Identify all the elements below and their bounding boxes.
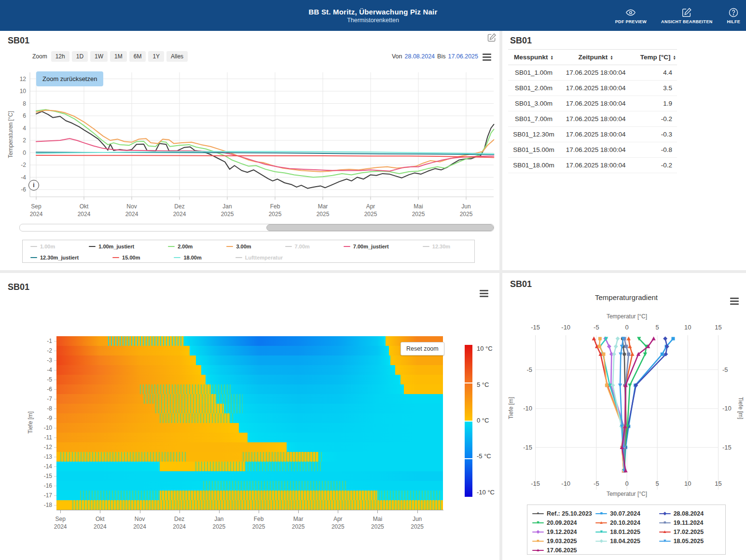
series-marker-icon: ◆ — [595, 538, 607, 544]
heatmap-row-depth--8 — [56, 404, 443, 413]
legend-item-28-08-2024[interactable]: ◆28.08.2024 — [659, 509, 722, 518]
svg-text:2025: 2025 — [364, 211, 377, 218]
heatmap-row-depth--1 — [56, 336, 443, 346]
legend-item-7.00m_justiert[interactable]: 7.00m_justiert — [344, 244, 389, 249]
heatmap-plot[interactable] — [56, 336, 443, 510]
table-row: SB01_7.00m17.06.2025 18:00:04-0.2 — [508, 111, 677, 127]
legend-item-19-12-2024[interactable]: ◆19.12.2024 — [532, 527, 595, 536]
legend-item-18-04-2025[interactable]: ◆18.04.2025 — [595, 536, 659, 546]
temp-cell: -0.2 — [632, 111, 677, 127]
svg-text:Tiefe [m]: Tiefe [m] — [508, 397, 514, 419]
legend-item-Ref-25-10-2023[interactable]: ●Ref.: 25.10.2023 — [532, 509, 595, 518]
zoom-range-button-1m[interactable]: 1M — [110, 51, 127, 62]
legend-item-18.00m[interactable]: 18.00m — [174, 255, 201, 260]
info-icon[interactable]: i — [28, 180, 39, 191]
zeitpunkt-cell: 17.06.2025 18:00:04 — [559, 158, 632, 173]
legend-item-3.00m[interactable]: 3.00m — [226, 244, 251, 249]
zeitpunkt-cell: 17.06.2025 18:00:04 — [559, 96, 632, 111]
legend-item-Lufttemperatur[interactable]: Lufttemperatur — [235, 255, 283, 260]
legend-item-17-02-2025[interactable]: ▲17.02.2025 — [659, 527, 722, 536]
chart-scrollbar[interactable] — [19, 224, 494, 232]
svg-text:Mar: Mar — [318, 203, 328, 210]
svg-text:6: 6 — [23, 112, 26, 119]
svg-text:-6: -6 — [21, 186, 26, 193]
svg-text:0: 0 — [625, 480, 628, 487]
legend-item-17-06-2025[interactable]: ▲17.06.2025 — [532, 546, 595, 555]
series-marker-icon: ■ — [532, 538, 544, 544]
legend-item-7.00m[interactable]: 7.00m — [285, 244, 310, 249]
svg-text:0: 0 — [23, 150, 26, 156]
zoom-range-button-alles[interactable]: Alles — [166, 51, 188, 62]
legend-item-2.00m[interactable]: 2.00m — [168, 244, 193, 249]
series-marker-icon: ▲ — [659, 529, 671, 535]
svg-text:-5: -5 — [594, 480, 599, 487]
svg-text:Tiefe [m]: Tiefe [m] — [737, 397, 744, 419]
svg-text:2025: 2025 — [269, 211, 282, 218]
legend-item-19-03-2025[interactable]: ■19.03.2025 — [532, 536, 595, 546]
legend-item-20-10-2024[interactable]: ▲20.10.2024 — [595, 518, 659, 527]
svg-text:5: 5 — [656, 480, 659, 487]
help-icon — [728, 7, 739, 18]
scrollbar-thumb[interactable] — [266, 224, 494, 231]
series-marker-icon: ▲ — [595, 520, 607, 526]
zoom-range-button-1w[interactable]: 1W — [90, 51, 108, 62]
sort-icon: ▲▼ — [551, 55, 553, 60]
reset-zoom-button[interactable]: Reset zoom — [401, 342, 444, 355]
header-action-ansicht-bearbeiten[interactable]: ANSICHT BEARBEITEN — [660, 6, 713, 25]
header-action-pdf-preview[interactable]: PDF PREVIEW — [614, 6, 648, 25]
zoom-reset-button[interactable]: Zoom zurücksetzen — [36, 71, 103, 86]
column-header-messpunkt[interactable]: Messpunkt▲▼ — [508, 50, 559, 65]
legend-item-30-07-2024[interactable]: ■30.07.2024 — [595, 509, 659, 518]
svg-text:2024: 2024 — [173, 211, 186, 218]
zeitpunkt-cell: 17.06.2025 18:00:04 — [559, 127, 632, 142]
heatmap-y-axis-label: Tiefe [m] — [27, 411, 34, 434]
svg-text:15: 15 — [715, 324, 721, 331]
legend-item-12.30m[interactable]: 12.30m — [423, 244, 450, 249]
legend-item-19-11-2024[interactable]: ■19.11.2024 — [659, 518, 722, 527]
legend-item-15.00m[interactable]: 15.00m — [112, 255, 140, 260]
series-marker-icon: ▼ — [532, 520, 544, 526]
column-header-zeitpunkt[interactable]: Zeitpunkt▲▼ — [559, 50, 632, 65]
legend-item-18-05-2025[interactable]: ▼18.05.2025 — [659, 536, 722, 546]
edit-icon — [681, 7, 692, 18]
bis-label: Bis — [437, 53, 445, 60]
column-header-temp-c-[interactable]: Temp [°C]▲▼ — [632, 50, 677, 65]
chart-menu-icon[interactable] — [729, 296, 740, 306]
temp-cell: -0.3 — [632, 127, 677, 142]
svg-text:-15: -15 — [722, 444, 732, 451]
zoom-range-button-12h[interactable]: 12h — [51, 51, 69, 62]
heatmap-row-depth--9 — [56, 413, 443, 423]
edit-icon[interactable] — [487, 33, 493, 34]
svg-text:4: 4 — [23, 125, 26, 132]
legend-item-1.00m[interactable]: 1.00m — [30, 244, 55, 249]
zoom-range-button-6m[interactable]: 6M — [129, 51, 146, 62]
legend-item-1.00m_justiert[interactable]: 1.00m_justiert — [89, 244, 134, 249]
zoom-range-button-1d[interactable]: 1D — [72, 51, 88, 62]
zeitpunkt-cell: 17.06.2025 18:00:04 — [559, 81, 632, 96]
heatmap-row-depth--15 — [56, 471, 443, 481]
temp-cell: 4.4 — [632, 65, 677, 81]
table-row: SB01_2.00m17.06.2025 18:00:043.5 — [508, 81, 677, 96]
bis-date-input[interactable]: 17.06.2025 — [448, 53, 478, 60]
legend-item-20-09-2024[interactable]: ▼20.09.2024 — [532, 518, 595, 527]
heatmap-row-depth--16 — [56, 481, 443, 491]
legend-item-18-01-2025[interactable]: ▼18.01.2025 — [595, 527, 659, 536]
timeseries-chart[interactable]: Sep2024Okt2024Nov2024Dez2024Jan2025Feb20… — [0, 31, 499, 270]
app-header: BB St. Moritz, Überwachung Piz Nair Ther… — [0, 0, 746, 31]
table-row: SB01_12.30m17.06.2025 18:00:04-0.3 — [508, 127, 677, 142]
svg-text:2024: 2024 — [125, 211, 138, 218]
chart-menu-icon[interactable] — [481, 52, 493, 62]
legend-item-12.30m_justiert[interactable]: 12.30m_justiert — [30, 255, 79, 260]
zoom-range-button-1y[interactable]: 1Y — [148, 51, 164, 62]
heatmap-row-depth--13 — [56, 452, 443, 462]
header-action-hilfe[interactable]: HILFE — [726, 6, 742, 25]
svg-text:Feb: Feb — [270, 203, 280, 210]
svg-text:-15: -15 — [523, 444, 532, 451]
von-date-input[interactable]: 28.08.2024 — [405, 53, 435, 60]
zoom-label: Zoom — [32, 53, 47, 60]
zeitpunkt-cell: 17.06.2025 18:00:04 — [559, 65, 632, 81]
heatmap-row-depth--12 — [56, 442, 443, 452]
heatmap-row-depth--17 — [56, 491, 443, 500]
chart-menu-icon[interactable] — [478, 288, 490, 299]
messpunkt-cell: SB01_1.00m — [508, 65, 559, 81]
